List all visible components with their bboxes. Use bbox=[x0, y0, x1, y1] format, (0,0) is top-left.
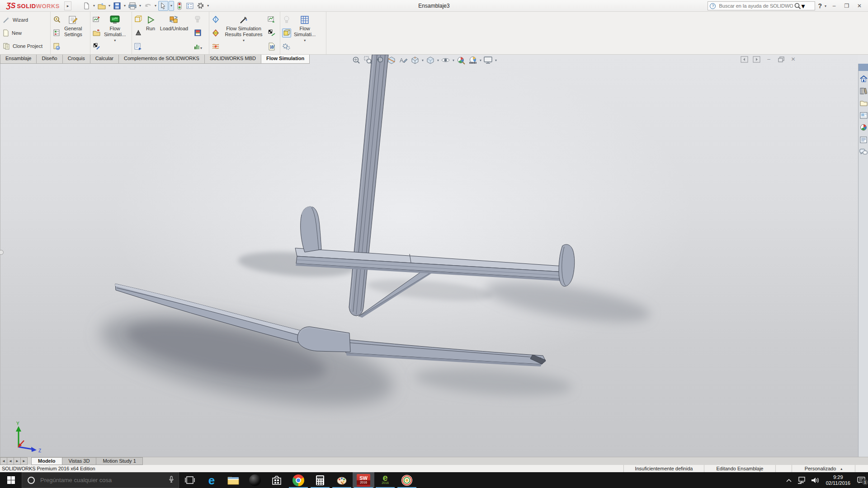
tag-icon[interactable] bbox=[855, 465, 868, 472]
tab-last-button[interactable]: ► bbox=[20, 457, 28, 465]
fuselage[interactable] bbox=[297, 327, 350, 352]
flow-simulation-display-button[interactable]: Flow Simulati... ▾ bbox=[292, 14, 317, 42]
calculation-control-icon[interactable] bbox=[134, 42, 143, 51]
forum-icon[interactable] bbox=[859, 147, 868, 156]
settings-dropdown[interactable]: ▾ bbox=[206, 4, 210, 8]
new-dropdown[interactable]: ▾ bbox=[92, 4, 96, 8]
minimize-button[interactable]: – bbox=[829, 3, 839, 9]
options-list-icon[interactable] bbox=[185, 1, 195, 11]
menu-flyout-arrow[interactable]: ▸ bbox=[64, 1, 71, 10]
appearances-scenes-icon[interactable] bbox=[859, 123, 868, 132]
component-control-icon[interactable] bbox=[52, 15, 61, 24]
tab-croquis[interactable]: Croquis bbox=[62, 55, 90, 64]
action-center-icon[interactable]: 1 bbox=[856, 477, 866, 484]
edrawings-app-icon[interactable]: e 2016 bbox=[374, 472, 396, 488]
tab-first-button[interactable]: ◄ bbox=[0, 457, 7, 465]
print-icon[interactable] bbox=[127, 1, 137, 11]
task-pane-header[interactable] bbox=[859, 64, 868, 71]
flow-simulation-project-button[interactable]: Flow Simulati... ▾ bbox=[102, 14, 127, 42]
start-button[interactable] bbox=[0, 472, 22, 488]
goal-plot-icon[interactable] bbox=[92, 15, 101, 24]
new-document-icon[interactable] bbox=[81, 1, 91, 11]
cut-plot-icon[interactable] bbox=[211, 15, 220, 24]
selection-filter-icon[interactable] bbox=[175, 1, 184, 11]
file-explorer-icon[interactable] bbox=[859, 99, 868, 108]
design-library-icon[interactable] bbox=[859, 86, 868, 95]
collapse-right-pane-icon[interactable] bbox=[753, 56, 760, 63]
hide-show-items-icon[interactable] bbox=[440, 55, 451, 65]
zoom-to-area-icon[interactable] bbox=[363, 55, 373, 65]
tab-complementos[interactable]: Complementos de SOLIDWORKS bbox=[118, 55, 205, 64]
collapse-left-pane-icon[interactable] bbox=[741, 56, 748, 63]
new-project-button[interactable]: New bbox=[0, 28, 45, 38]
section-view-icon[interactable] bbox=[386, 55, 397, 65]
chrome-app-icon[interactable] bbox=[288, 472, 309, 488]
tab-flow-simulation[interactable]: Flow Simulation bbox=[261, 55, 310, 64]
wizard-button[interactable]: Wizard bbox=[0, 15, 45, 24]
tab-ensamblaje[interactable]: Ensamblaje bbox=[0, 55, 37, 64]
cortana-search-box[interactable] bbox=[22, 472, 179, 488]
doc-restore-icon[interactable] bbox=[777, 56, 785, 63]
save-icon[interactable] bbox=[112, 1, 122, 11]
open-result-icon[interactable] bbox=[92, 28, 101, 38]
cortana-search-input[interactable] bbox=[39, 476, 169, 484]
flow-project-dropdown[interactable]: ▾ bbox=[114, 38, 116, 42]
left-winglet[interactable] bbox=[301, 206, 321, 252]
main-wing-right[interactable] bbox=[345, 339, 546, 366]
task-view-button[interactable] bbox=[179, 472, 201, 488]
paint-app-icon[interactable] bbox=[331, 472, 353, 488]
calculator-app-icon[interactable] bbox=[309, 472, 331, 488]
select-tool-icon[interactable] bbox=[158, 1, 168, 11]
annotation-views-icon[interactable]: A bbox=[398, 55, 409, 65]
view-settings-icon[interactable] bbox=[483, 55, 494, 65]
mast[interactable] bbox=[349, 55, 388, 316]
hydrofoil-model[interactable] bbox=[0, 55, 859, 457]
tab-solidworks-mbd[interactable]: SOLIDWORKS MBD bbox=[204, 55, 261, 64]
display-gears-icon[interactable] bbox=[282, 42, 291, 51]
tab-vistas-3d[interactable]: Vistas 3D bbox=[62, 457, 97, 465]
doc-close-icon[interactable]: ✕ bbox=[789, 56, 797, 63]
load-unload-button[interactable]: Load/Unload bbox=[157, 14, 191, 32]
run-button[interactable]: Run bbox=[144, 14, 157, 32]
computational-domain-icon[interactable] bbox=[134, 15, 143, 24]
display-style-dropdown[interactable]: ▾ bbox=[437, 58, 439, 62]
undo-dropdown[interactable]: ▾ bbox=[153, 4, 158, 8]
flow-display-dropdown[interactable]: ▾ bbox=[304, 38, 306, 42]
rear-wing[interactable] bbox=[295, 248, 564, 281]
search-magnifier-icon[interactable] bbox=[794, 2, 801, 9]
batch-run-icon[interactable] bbox=[92, 42, 101, 51]
network-icon[interactable] bbox=[797, 477, 807, 484]
scenario-results-icon[interactable] bbox=[267, 28, 276, 38]
goal-plot-results-icon[interactable] bbox=[267, 15, 276, 24]
save-dropdown[interactable]: ▾ bbox=[123, 4, 127, 8]
help-dropdown[interactable]: ▾ bbox=[825, 4, 826, 8]
dark-browser-app-icon[interactable] bbox=[244, 472, 266, 488]
graphics-viewport[interactable]: A ▾ ▾ ▾ ▾ ▾ bbox=[0, 55, 858, 457]
flow-simulation-app-icon[interactable] bbox=[396, 472, 418, 488]
solidworks-app-icon[interactable]: SW 2016 bbox=[353, 472, 374, 488]
mesh-settings-icon[interactable] bbox=[134, 28, 143, 38]
tab-next-button[interactable]: ► bbox=[14, 457, 21, 465]
apply-scene-icon[interactable] bbox=[467, 55, 478, 65]
close-button[interactable]: ✕ bbox=[854, 3, 864, 9]
flow-trajectories-icon[interactable] bbox=[211, 42, 220, 51]
tab-calcular[interactable]: Calcular bbox=[90, 55, 119, 64]
display-style-icon[interactable] bbox=[425, 55, 436, 65]
clone-project-button[interactable]: Clone Project bbox=[0, 42, 45, 51]
help-search-input[interactable] bbox=[718, 3, 794, 9]
report-word-icon[interactable]: W bbox=[267, 42, 276, 51]
tab-motion-study-1[interactable]: Motion Study 1 bbox=[96, 457, 142, 465]
home-icon[interactable] bbox=[859, 74, 868, 83]
print-dropdown[interactable]: ▾ bbox=[138, 4, 142, 8]
tab-diseno[interactable]: Diseño bbox=[36, 55, 62, 64]
open-dropdown[interactable]: ▾ bbox=[107, 4, 112, 8]
tab-prev-button[interactable]: ◄ bbox=[7, 457, 14, 465]
tab-modelo[interactable]: Modelo bbox=[31, 457, 62, 465]
settings-gear-icon[interactable] bbox=[195, 1, 205, 11]
view-settings-dropdown[interactable]: ▾ bbox=[495, 58, 497, 62]
restore-button[interactable]: ❐ bbox=[842, 3, 852, 9]
component-tree-icon[interactable] bbox=[52, 28, 61, 38]
rebuild-icon[interactable] bbox=[52, 42, 61, 51]
zoom-to-fit-icon[interactable] bbox=[351, 55, 362, 65]
microphone-icon[interactable] bbox=[169, 476, 174, 485]
